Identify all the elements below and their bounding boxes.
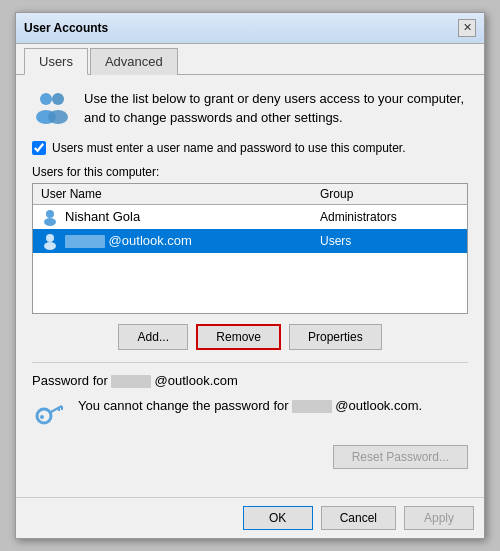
main-content: Use the list below to grant or deny user… xyxy=(16,75,484,497)
password-label: Password for @outlook.com xyxy=(32,373,468,388)
properties-button[interactable]: Properties xyxy=(289,324,382,350)
col-header-group: Group xyxy=(312,184,467,205)
users-table: User Name Group Nishant Gola xyxy=(33,184,467,313)
svg-point-0 xyxy=(40,93,52,105)
group-nishant: Administrators xyxy=(312,204,467,229)
svg-point-5 xyxy=(44,218,56,226)
table-row[interactable]: Nishant Gola Administrators xyxy=(33,204,467,229)
title-bar: User Accounts ✕ xyxy=(16,13,484,44)
apply-button[interactable]: Apply xyxy=(404,506,474,530)
must-enter-password-checkbox[interactable] xyxy=(32,141,46,155)
user-accounts-window: User Accounts ✕ Users Advanced Use the l… xyxy=(15,12,485,539)
password-info-text: You cannot change the password for @outl… xyxy=(78,396,422,416)
key-icon xyxy=(32,396,68,435)
svg-point-2 xyxy=(52,93,64,105)
password-info: You cannot change the password for @outl… xyxy=(32,396,468,435)
username-outlook: @outlook.com xyxy=(65,233,192,248)
users-table-wrapper: User Name Group Nishant Gola xyxy=(32,183,468,314)
username-nishant: Nishant Gola xyxy=(65,209,140,224)
svg-point-8 xyxy=(37,409,51,423)
must-enter-password-row: Users must enter a user name and passwor… xyxy=(32,141,468,155)
users-icon xyxy=(32,89,72,129)
info-text: Use the list below to grant or deny user… xyxy=(84,89,464,128)
reset-password-button[interactable]: Reset Password... xyxy=(333,445,468,469)
svg-point-3 xyxy=(48,110,68,124)
ok-button[interactable]: OK xyxy=(243,506,313,530)
remove-button[interactable]: Remove xyxy=(196,324,281,350)
close-button[interactable]: ✕ xyxy=(458,19,476,37)
col-header-username: User Name xyxy=(33,184,312,205)
svg-line-9 xyxy=(49,406,62,413)
bottom-button-bar: OK Cancel Apply xyxy=(16,497,484,538)
tab-advanced[interactable]: Advanced xyxy=(90,48,178,75)
svg-point-4 xyxy=(46,210,54,218)
password-section: Password for @outlook.com You cannot cha… xyxy=(32,362,468,469)
users-section-label: Users for this computer: xyxy=(32,165,468,179)
tab-users[interactable]: Users xyxy=(24,48,88,75)
user-action-buttons: Add... Remove Properties xyxy=(32,324,468,350)
group-outlook: Users xyxy=(312,229,467,253)
svg-point-12 xyxy=(40,415,44,419)
reset-password-row: Reset Password... xyxy=(32,445,468,469)
info-section: Use the list below to grant or deny user… xyxy=(32,89,468,129)
table-row[interactable]: @outlook.com Users xyxy=(33,229,467,253)
table-spacer-row xyxy=(33,253,467,313)
window-title: User Accounts xyxy=(24,21,108,35)
tab-bar: Users Advanced xyxy=(16,44,484,75)
cancel-button[interactable]: Cancel xyxy=(321,506,396,530)
svg-point-7 xyxy=(44,242,56,250)
must-enter-password-label: Users must enter a user name and passwor… xyxy=(52,141,406,155)
svg-point-6 xyxy=(46,234,54,242)
add-button[interactable]: Add... xyxy=(118,324,188,350)
